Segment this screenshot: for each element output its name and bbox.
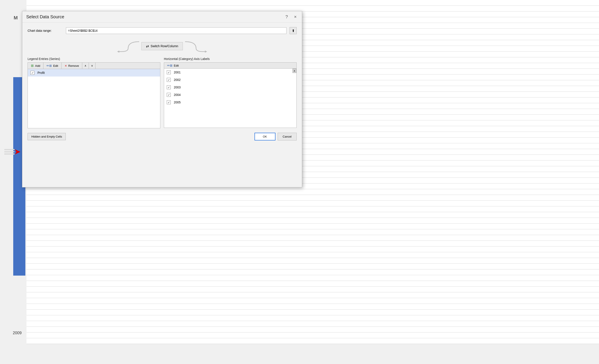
switch-icon: ⇄ (146, 44, 149, 48)
axis-checkbox-2004[interactable] (167, 93, 171, 97)
column-m-label: M (14, 15, 18, 21)
add-icon: ⊞ (31, 64, 34, 68)
cancel-button[interactable]: Cancel (278, 133, 297, 140)
axis-item-2002[interactable]: 2002 (164, 76, 296, 84)
switch-row-column-button[interactable]: ⇄ Switch Row/Column (141, 42, 183, 50)
edit-series-label: Edit (53, 64, 58, 68)
remove-icon: ✕ (65, 64, 67, 68)
axis-label-2001: 2001 (174, 70, 181, 74)
select-data-source-dialog: Select Data Source ? × Chart data range:… (22, 11, 302, 187)
axis-label-2004: 2004 (174, 93, 181, 96)
add-button[interactable]: ⊞ Add (28, 63, 44, 69)
svg-marker-1 (205, 51, 207, 53)
legend-label-profit: Profit (37, 71, 45, 75)
down-arrow-icon: ∨ (91, 64, 93, 67)
axis-label-2003: 2003 (174, 86, 181, 89)
axis-label-2005: 2005 (174, 101, 181, 104)
chart-data-range-row: Chart data range: ⬆ (27, 27, 297, 34)
range-collapse-button[interactable]: ⬆ (290, 27, 297, 34)
axis-label-2002: 2002 (174, 78, 181, 82)
dialog-title: Select Data Source (26, 14, 64, 19)
edit-axis-label: Edit (174, 64, 179, 67)
svg-marker-0 (117, 51, 119, 53)
axis-toolbar: ✏⊞ Edit (164, 62, 297, 68)
axis-checkbox-2002[interactable] (167, 78, 171, 82)
hidden-and-empty-cells-button[interactable]: Hidden and Empty Cells (27, 133, 66, 140)
move-up-button[interactable]: ∧ (82, 63, 89, 69)
remove-label: Remove (68, 64, 79, 68)
axis-item-2004[interactable]: 2004 (164, 91, 296, 99)
axis-checkbox-2003[interactable] (167, 85, 171, 89)
edit-series-button[interactable]: ✏⊞ Edit (44, 63, 61, 69)
dialog-body: Chart data range: ⬆ ⇄ Switch Row/Column (22, 23, 302, 145)
dialog-titlebar: Select Data Source ? × (22, 11, 302, 23)
scroll-up-button[interactable]: ∧ (292, 69, 296, 73)
arrow-annotation: ➤ (4, 148, 21, 156)
axis-item-2003[interactable]: 2003 (164, 84, 296, 91)
collapse-icon: ⬆ (292, 29, 295, 33)
axis-labels-panel: Horizontal (Category) Axis Labels ✏⊞ Edi… (164, 57, 297, 128)
axis-labels-header: Horizontal (Category) Axis Labels (164, 57, 297, 61)
dialog-controls: ? × (284, 14, 298, 20)
edit-series-icon: ✏⊞ (46, 64, 52, 68)
chart-data-range-input[interactable] (66, 27, 286, 34)
add-label: Add (35, 64, 40, 68)
close-button[interactable]: × (293, 14, 298, 20)
legend-entries-header: Legend Entries (Series) (27, 57, 160, 61)
edit-axis-button[interactable]: ✏⊞ Edit (164, 63, 182, 68)
legend-entries-panel: Legend Entries (Series) ⊞ Add ✏⊞ Edit ✕ … (27, 57, 160, 128)
up-arrow-icon: ∧ (84, 64, 87, 67)
switch-label: Switch Row/Column (151, 44, 178, 48)
axis-checkbox-2001[interactable] (167, 70, 171, 74)
curved-arrow-left (115, 39, 141, 53)
legend-list[interactable]: Profit (27, 69, 160, 128)
ok-cancel-row: OK Cancel (255, 133, 297, 140)
axis-item-2001[interactable]: 2001 (164, 69, 292, 76)
ok-button[interactable]: OK (255, 133, 275, 140)
curved-arrow-right (183, 39, 209, 53)
year-label: 2009 (13, 331, 22, 335)
axis-checkbox-2005[interactable] (167, 100, 171, 104)
help-button[interactable]: ? (284, 14, 289, 20)
axis-item-2005[interactable]: 2005 (164, 99, 296, 106)
edit-axis-icon: ✏⊞ (167, 64, 172, 67)
panels-row: Legend Entries (Series) ⊞ Add ✏⊞ Edit ✕ … (27, 57, 297, 128)
switch-area: ⇄ Switch Row/Column (27, 39, 297, 53)
axis-list[interactable]: ∧ 2001 2002 2003 2004 (164, 68, 297, 128)
chart-data-range-label: Chart data range: (27, 29, 63, 32)
legend-checkbox-profit[interactable] (30, 71, 35, 75)
move-down-button[interactable]: ∨ (89, 63, 96, 69)
legend-item-profit[interactable]: Profit (28, 69, 160, 77)
action-bar: Hidden and Empty Cells OK Cancel (27, 133, 297, 140)
legend-toolbar: ⊞ Add ✏⊞ Edit ✕ Remove ∧ ∨ (27, 62, 160, 69)
remove-button[interactable]: ✕ Remove (62, 63, 82, 69)
